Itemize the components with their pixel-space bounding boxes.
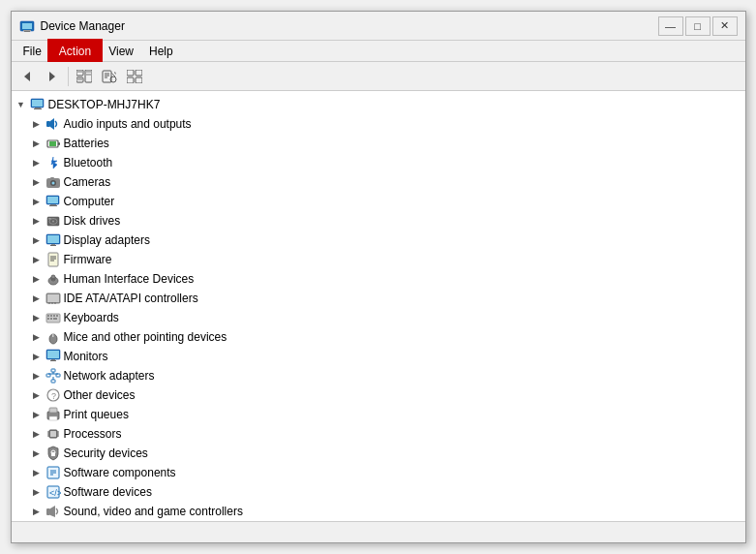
svg-rect-1 — [22, 23, 32, 29]
tree-item-network[interactable]: ▶Network adapters — [12, 366, 745, 385]
tree-item-monitors[interactable]: ▶Monitors — [12, 347, 745, 366]
menu-action[interactable]: Action — [49, 41, 101, 61]
tree-item-hid[interactable]: ▶Human Interface Devices — [12, 269, 745, 289]
tree-item-batteries[interactable]: ▶Batteries — [12, 134, 745, 153]
security-expand-arrow: ▶ — [31, 447, 43, 459]
tree-item-keyboards[interactable]: ▶Keyboards — [12, 308, 745, 327]
svg-rect-77 — [51, 369, 55, 372]
svg-rect-66 — [56, 315, 58, 317]
softcomp-expand-arrow: ▶ — [31, 467, 43, 478]
tree-item-disk[interactable]: ▶Disk drives — [12, 211, 745, 231]
computer-icon — [45, 194, 61, 209]
svg-rect-28 — [46, 121, 50, 127]
display-label: Display adapters — [64, 233, 150, 247]
other-label: Other devices — [64, 388, 136, 402]
title-bar-left: Device Manager — [19, 18, 125, 34]
forward-button[interactable] — [41, 66, 64, 87]
tree-item-audio[interactable]: ▶Audio inputs and outputs — [12, 114, 745, 134]
tree-item-computer[interactable]: ▶Computer — [12, 192, 745, 211]
tree-item-other[interactable]: ▶?Other devices — [12, 385, 745, 405]
svg-text:</>: </> — [49, 488, 61, 498]
tree-item-display[interactable]: ▶Display adapters — [12, 231, 745, 250]
mice-label: Mice and other pointing devices — [64, 330, 227, 344]
svg-rect-75 — [51, 359, 55, 360]
svg-marker-19 — [114, 72, 116, 75]
svg-line-18 — [111, 73, 115, 77]
print-expand-arrow: ▶ — [31, 409, 43, 420]
tree-item-mice[interactable]: ▶Mice and other pointing devices — [12, 327, 745, 347]
sound-label: Sound, video and game controllers — [64, 505, 243, 518]
back-button[interactable] — [15, 66, 39, 87]
audio-label: Audio inputs and outputs — [64, 117, 192, 131]
display-expand-arrow: ▶ — [31, 234, 43, 246]
sound-expand-arrow: ▶ — [31, 506, 43, 517]
tree-item-softcomp[interactable]: ▶Software components — [12, 463, 745, 482]
menu-help[interactable]: Help — [141, 41, 181, 61]
svg-rect-25 — [32, 100, 43, 107]
processors-icon — [45, 426, 61, 442]
menu-file[interactable]: File — [15, 41, 49, 61]
processors-label: Processors — [64, 427, 122, 441]
tree-children: ▶Audio inputs and outputs▶Batteries▶Blue… — [12, 114, 745, 521]
svg-rect-76 — [50, 360, 56, 361]
close-button[interactable]: ✕ — [712, 16, 738, 36]
svg-rect-7 — [76, 77, 83, 82]
svg-rect-49 — [48, 253, 58, 266]
tree-item-print[interactable]: ▶Print queues — [12, 405, 745, 424]
disk-icon — [45, 213, 61, 229]
network-label: Network adapters — [64, 369, 155, 383]
softcomp-icon — [45, 465, 61, 480]
svg-rect-63 — [47, 315, 49, 317]
svg-rect-106 — [46, 508, 50, 515]
minimize-button[interactable]: — — [658, 16, 683, 36]
ide-icon — [45, 291, 61, 306]
content-area[interactable]: ▼ DESKTOP-MHJ7HK7 ▶Audio inputs and outp… — [12, 91, 745, 521]
tree-item-bluetooth[interactable]: ▶Bluetooth — [12, 153, 745, 172]
audio-expand-arrow: ▶ — [31, 118, 43, 130]
svg-rect-27 — [34, 108, 42, 109]
maximize-button[interactable]: □ — [685, 16, 711, 36]
svg-rect-68 — [50, 318, 52, 320]
hid-expand-arrow: ▶ — [31, 273, 43, 285]
window-icon — [19, 18, 35, 34]
svg-rect-67 — [47, 318, 49, 320]
svg-point-35 — [51, 182, 54, 185]
ide-expand-arrow: ▶ — [31, 292, 43, 304]
batteries-expand-arrow: ▶ — [31, 138, 43, 149]
svg-rect-2 — [23, 30, 31, 31]
monitors-expand-arrow: ▶ — [31, 351, 43, 362]
toolbar-update-button[interactable] — [98, 66, 121, 87]
menu-view[interactable]: View — [101, 41, 141, 61]
svg-rect-20 — [127, 70, 134, 76]
tree-item-softdev[interactable]: ▶</>Software devices — [12, 482, 745, 502]
svg-rect-13 — [103, 71, 111, 82]
computer-expand-arrow: ▶ — [31, 196, 43, 207]
svg-rect-40 — [49, 205, 57, 206]
svg-rect-6 — [76, 70, 83, 76]
svg-rect-38 — [47, 197, 58, 203]
display-icon — [45, 232, 61, 248]
toolbar-prop1-button[interactable] — [73, 66, 96, 87]
svg-rect-36 — [50, 177, 54, 179]
svg-rect-3 — [24, 31, 30, 32]
cameras-expand-arrow: ▶ — [31, 176, 43, 188]
svg-rect-58 — [47, 294, 59, 302]
tree-item-sound[interactable]: ▶Sound, video and game controllers — [12, 502, 745, 521]
bluetooth-expand-arrow: ▶ — [31, 157, 43, 169]
tree-item-firmware[interactable]: ▶Firmware — [12, 250, 745, 269]
tree-item-processors[interactable]: ▶Processors — [12, 424, 745, 444]
tree-root[interactable]: ▼ DESKTOP-MHJ7HK7 — [12, 95, 745, 114]
toolbar-view-button[interactable] — [123, 66, 146, 87]
tree-item-cameras[interactable]: ▶Cameras — [12, 172, 745, 192]
hid-label: Human Interface Devices — [64, 272, 195, 286]
tree-item-ide[interactable]: ▶IDE ATA/ATAPI controllers — [12, 289, 745, 308]
batteries-icon — [45, 136, 61, 151]
svg-marker-4 — [24, 72, 30, 81]
tree-item-security[interactable]: ▶Security devices — [12, 444, 745, 463]
mice-expand-arrow: ▶ — [31, 331, 43, 343]
device-manager-window: Device Manager — □ ✕ File Action View He… — [11, 11, 746, 543]
sound-icon — [45, 504, 61, 519]
window-title: Device Manager — [41, 19, 125, 33]
svg-rect-97 — [50, 431, 56, 437]
svg-rect-39 — [50, 204, 56, 205]
